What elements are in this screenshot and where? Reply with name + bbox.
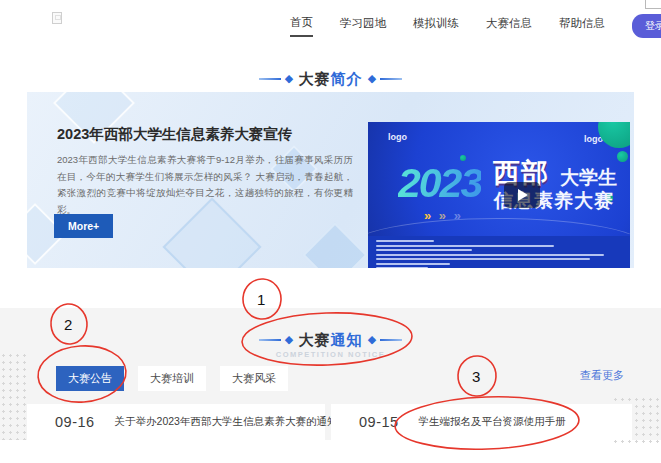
title-deco-right: ◆ (368, 72, 406, 84)
intro-title-accent: 简介 (331, 70, 363, 87)
intro-banner-panel: 2023年西部大学生信息素养大赛宣传 2023年西部大学生信息素养大赛将于9-1… (27, 92, 634, 268)
view-more-link[interactable]: 查看更多 (580, 368, 624, 383)
annotation-number-1: 1 (257, 291, 265, 308)
intro-section-title: ◆ 大赛简介 ◆ (0, 70, 661, 89)
nav-item-learning[interactable]: 学习园地 (340, 16, 386, 36)
nav-item-competition-info[interactable]: 大赛信息 (486, 16, 532, 36)
main-nav: 首页 学习园地 模拟训练 大赛信息 帮助信息 登录注册 (290, 14, 661, 38)
green-circle-decoration (617, 151, 628, 162)
notice-title[interactable]: 关于举办2023年西部大学生信息素养大赛的通知 (115, 415, 338, 429)
play-icon[interactable] (504, 182, 540, 208)
nav-item-home[interactable]: 首页 (290, 15, 313, 37)
more-button[interactable]: More+ (54, 214, 113, 238)
banner-info-block (368, 236, 630, 268)
notice-list-item[interactable]: 09-16 关于举办2023年西部大学生信息素养大赛的通知 (27, 404, 325, 440)
broken-image-icon (52, 12, 62, 24)
page: 首页 学习园地 模拟训练 大赛信息 帮助信息 登录注册 ◆ 大赛简介 ◆ INT… (0, 0, 661, 463)
notice-title-prefix: 大赛 (299, 331, 331, 348)
banner-year: 2023 (398, 160, 481, 207)
tab-training[interactable]: 大赛培训 (138, 366, 206, 391)
title-deco-left: ◆ (255, 333, 293, 345)
notice-date: 09-15 (359, 414, 399, 430)
competition-video-banner[interactable]: logo logo 2023 西部 大学生 信息素养大赛 » » » (368, 122, 630, 268)
intro-article-body: 2023年西部大学生信息素养大赛将于9-12月举办，往届赛事风采历历在目，今年的… (57, 152, 353, 218)
dot-pattern-left (0, 352, 26, 440)
chevrons-decoration: » » » (424, 208, 463, 223)
cutoff-corner-box (645, 0, 661, 9)
notice-section-subtitle: COMPETITION NOTICE (0, 350, 661, 359)
diamond-decoration (302, 222, 367, 268)
notice-title[interactable]: 学生端报名及平台资源使用手册 (419, 415, 566, 429)
nav-item-help[interactable]: 帮助信息 (559, 16, 605, 36)
tab-announcements[interactable]: 大赛公告 (56, 366, 124, 391)
tab-highlights[interactable]: 大赛风采 (220, 366, 288, 391)
notice-date: 09-16 (55, 414, 95, 430)
green-circle-decoration (598, 122, 630, 148)
notice-section-title: ◆ 大赛通知 ◆ (0, 331, 661, 350)
intro-title-prefix: 大赛 (299, 70, 331, 87)
intro-article-heading: 2023年西部大学生信息素养大赛宣传 (57, 125, 292, 144)
notice-tabs: 大赛公告 大赛培训 大赛风采 (56, 366, 288, 391)
notice-title-accent: 通知 (331, 331, 363, 348)
notice-list-item[interactable]: 09-15 学生端报名及平台资源使用手册 (331, 404, 632, 440)
title-deco-left: ◆ (255, 72, 293, 84)
title-deco-right: ◆ (368, 333, 406, 345)
login-register-button[interactable]: 登录注册 (632, 14, 661, 38)
banner-logo-left: logo (388, 132, 407, 142)
nav-item-simulation[interactable]: 模拟训练 (413, 16, 459, 36)
